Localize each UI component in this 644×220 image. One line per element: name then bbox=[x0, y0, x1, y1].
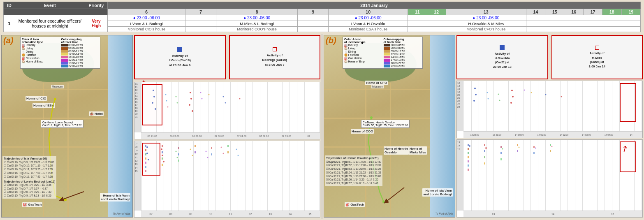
names-col8: M.Mies & L.Bodrogi bbox=[216, 21, 298, 27]
svg-point-33 bbox=[207, 157, 208, 158]
svg-line-60 bbox=[386, 188, 404, 202]
date-10: 10 bbox=[329, 9, 408, 15]
svg-point-62 bbox=[475, 94, 477, 95]
col-event: Event bbox=[15, 2, 85, 9]
svg-rect-80 bbox=[468, 164, 469, 167]
names-col10: I.Vann & H.Osvaldo bbox=[329, 21, 408, 27]
svg-rect-89 bbox=[517, 144, 518, 146]
svg-rect-76 bbox=[468, 148, 469, 150]
panel-a-label: (a) bbox=[3, 36, 13, 45]
month-header: 2014 January bbox=[108, 2, 641, 9]
time-col13: ● 23:00 -06:00 bbox=[446, 15, 526, 21]
charts-a: Activity ofI.Vann (Car16)at 23:00 Jan 6 … bbox=[134, 35, 320, 218]
svg-point-35 bbox=[223, 153, 224, 154]
svg-point-70 bbox=[499, 100, 500, 101]
svg-point-28 bbox=[176, 151, 177, 152]
svg-point-17 bbox=[202, 98, 203, 100]
time-col9 bbox=[298, 15, 329, 21]
svg-point-34 bbox=[221, 147, 222, 148]
activity-title-hosvaldo: Activity ofH.Osvaldo(Car21) at23:00 Jan … bbox=[493, 52, 512, 69]
row-id: 1 bbox=[4, 15, 15, 32]
annotation-mmo-b: Home ofMinke Mies bbox=[409, 146, 427, 155]
svg-line-2 bbox=[61, 192, 84, 200]
col-event-spacer bbox=[15, 9, 85, 15]
svg-point-29 bbox=[177, 157, 178, 158]
svg-rect-55 bbox=[211, 153, 212, 155]
monitored-col11 bbox=[408, 27, 427, 32]
date-7: 7 bbox=[185, 9, 216, 15]
date-6: 6 bbox=[108, 9, 185, 15]
svg-point-37 bbox=[238, 155, 239, 156]
col-priority: Priority bbox=[85, 2, 108, 9]
activity-dot-hosvaldo bbox=[500, 45, 505, 50]
svg-rect-51 bbox=[178, 160, 179, 162]
activity-panels-b: Activity ofH.Osvaldo(Car21) at23:00 Jan … bbox=[456, 35, 643, 79]
activity-title-ivann: Activity ofI.Vann (Car16)at 23:00 Jan 6 bbox=[169, 53, 191, 67]
time-col7 bbox=[185, 15, 216, 21]
panel-a: (a) Color & icon of location type bbox=[0, 34, 322, 219]
time-col12 bbox=[427, 15, 446, 21]
svg-rect-46 bbox=[162, 151, 163, 153]
event-description: Monitored four executive officers' house… bbox=[15, 15, 85, 32]
svg-point-95 bbox=[469, 145, 470, 147]
svg-point-14 bbox=[176, 96, 177, 97]
svg-rect-75 bbox=[468, 144, 469, 146]
names-col7 bbox=[185, 21, 216, 27]
svg-point-27 bbox=[163, 161, 164, 162]
activity-dot-bodrogi bbox=[273, 47, 277, 51]
svg-point-7 bbox=[190, 92, 191, 93]
svg-rect-84 bbox=[484, 156, 485, 158]
svg-rect-90 bbox=[517, 150, 518, 152]
panel-b-label: (b) bbox=[326, 36, 336, 45]
svg-point-97 bbox=[502, 148, 503, 150]
panel-b: (b) Color & icon of location type 🏭 Indu… bbox=[322, 34, 644, 219]
timeline-zoomed-a: 101112131415161718192021 bbox=[134, 82, 320, 139]
svg-point-36 bbox=[236, 149, 237, 150]
svg-point-67 bbox=[487, 92, 488, 93]
svg-point-26 bbox=[162, 155, 163, 156]
time-col10: ● 23:00 -06:00 bbox=[329, 15, 408, 21]
svg-point-19 bbox=[223, 96, 224, 97]
svg-point-61 bbox=[474, 88, 476, 89]
svg-rect-88 bbox=[500, 158, 502, 160]
svg-point-12 bbox=[166, 100, 167, 102]
monitored-col8: Monitored COO's house bbox=[216, 27, 298, 32]
names-col9 bbox=[298, 21, 329, 27]
monitored-col10: Monitored ESA's house bbox=[329, 27, 408, 32]
svg-point-30 bbox=[190, 149, 191, 150]
svg-point-69 bbox=[498, 94, 499, 95]
names-col6: I.Vann & L.Bodrogi bbox=[108, 21, 185, 27]
svg-point-73 bbox=[545, 94, 547, 95]
monitored-col14plus bbox=[526, 27, 640, 32]
trajectory-list-a: Trajectories of Isia Vann (car16) ☑ CarI… bbox=[2, 156, 56, 199]
svg-point-9 bbox=[189, 104, 190, 106]
timeline-overview-b: 131415 bbox=[456, 139, 643, 218]
svg-point-15 bbox=[177, 102, 178, 104]
svg-rect-92 bbox=[533, 152, 535, 154]
date-19: 19 bbox=[621, 9, 640, 15]
svg-rect-49 bbox=[178, 147, 179, 149]
svg-rect-94 bbox=[550, 150, 551, 152]
annotation-hmo-b: Home of HennieOsvaldo bbox=[384, 146, 409, 155]
main-content: (a) Color & icon of location type bbox=[0, 34, 644, 219]
activity-title-bodrogi: Activity ofBodrogi (Car15)at 3:00 Jan 7 bbox=[262, 53, 287, 67]
map-a: Color & icon of location type 🏭 Industry… bbox=[1, 35, 133, 218]
names-col11 bbox=[408, 21, 427, 27]
svg-rect-52 bbox=[195, 145, 196, 147]
svg-rect-57 bbox=[227, 151, 229, 153]
svg-point-71 bbox=[524, 90, 525, 91]
svg-point-32 bbox=[206, 151, 207, 152]
date-16: 16 bbox=[564, 9, 583, 15]
priority-value: Very High bbox=[85, 15, 108, 32]
date-17: 17 bbox=[583, 9, 602, 15]
col-id-spacer bbox=[4, 9, 15, 15]
activity-bodrogi-a: Activity ofBodrogi (Car15)at 3:00 Jan 7 bbox=[229, 35, 321, 79]
annotation-ivlb-b: Home of Isia Vannand Loreto Bodrogi bbox=[422, 188, 453, 197]
svg-point-68 bbox=[488, 98, 489, 100]
annotation-gastech-b: ⛽ GasTech bbox=[345, 202, 365, 207]
svg-point-31 bbox=[192, 155, 193, 156]
tooltip-a: CarName: Loreto BodrogiCarID: 8, TrgID: … bbox=[41, 120, 83, 128]
date-9: 9 bbox=[298, 9, 329, 15]
svg-rect-77 bbox=[468, 152, 469, 154]
date-11: 11 bbox=[408, 9, 427, 15]
